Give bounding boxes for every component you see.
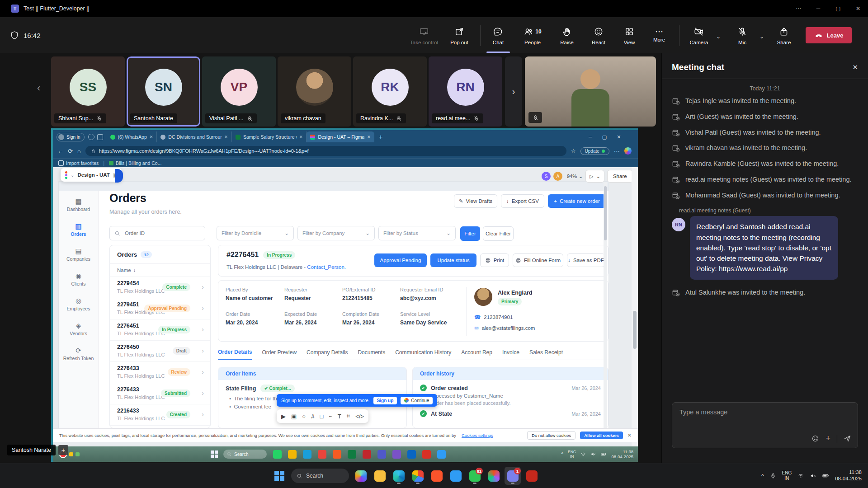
chat-message-input[interactable] — [679, 408, 852, 416]
camera-options-chevron[interactable]: ⌄ — [716, 33, 721, 40]
sidebar-item[interactable]: ▥ Orders — [71, 223, 86, 237]
chat-message-bubble[interactable]: Redberyl and Santosh added read.ai meeti… — [690, 216, 838, 279]
sidebar-item[interactable]: ▤ Companies — [66, 248, 90, 262]
import-favorites-button[interactable]: Import favorites — [58, 160, 99, 166]
tab-close-icon[interactable]: ✕ — [367, 135, 371, 139]
take-control-button[interactable]: Take control — [409, 23, 439, 49]
export-csv-button[interactable]: ↓Export CSV — [501, 194, 544, 208]
window-close-button[interactable]: ✕ — [848, 0, 868, 17]
detail-tab[interactable]: Communication History — [395, 349, 451, 359]
window-minimize-button[interactable]: ─ — [808, 0, 828, 17]
shared-system-tray[interactable]: ^ ENGIN 11:3808-04-2025 — [561, 449, 633, 460]
mic-options-chevron[interactable]: ⌄ — [760, 33, 764, 40]
browser-tab[interactable]: DC Divisions and Surroundings ✕ — [157, 131, 232, 142]
filter-domicile-dropdown[interactable]: Filter by Domicile⌄ — [217, 226, 294, 240]
order-row[interactable]: 2216433 TL Flex Holdings LLC Created › — [110, 404, 210, 426]
browser-scrollbar-thumb[interactable] — [633, 311, 637, 349]
browser-workspaces-icon[interactable] — [88, 134, 94, 140]
chat-close-icon[interactable]: ✕ — [852, 63, 858, 71]
order-row[interactable]: 2276433 TL Flex Holdings LLC Submitted › — [110, 383, 210, 404]
figma-tool-icon[interactable]: </> — [355, 413, 364, 420]
sidebar-item[interactable]: ◈ Vendors — [70, 322, 87, 336]
shared-taskbar-app-icon[interactable] — [288, 450, 297, 459]
start-button[interactable] — [271, 467, 288, 485]
shared-taskbar-app-icon[interactable] — [348, 450, 356, 459]
taskbar-app-icon[interactable] — [372, 467, 388, 485]
tray-expand-icon[interactable]: ^ — [561, 452, 563, 457]
figma-tool-icon[interactable]: ~ — [329, 413, 332, 420]
sidebar-item[interactable]: ◎ Employees — [67, 297, 90, 311]
browser-profile-button[interactable]: Sign in — [57, 133, 85, 141]
rep-phone-row[interactable]: ☎ 2123874901 — [474, 314, 513, 320]
tab-close-icon[interactable]: ✕ — [224, 135, 228, 139]
contact-person-link[interactable]: Contact_Person. — [307, 264, 346, 270]
shared-taskbar-app-icon[interactable] — [333, 450, 341, 459]
approval-pending-button[interactable]: Approval Pending — [374, 253, 427, 267]
shared-taskbar-app-icon[interactable] — [407, 450, 416, 459]
cookie-settings-link[interactable]: Cookies settings — [462, 433, 493, 438]
detail-tab[interactable]: Order Preview — [262, 349, 297, 359]
filter-clear-button[interactable]: Clear Filter — [483, 226, 514, 241]
order-row[interactable]: 2276450 TL Flex Holdings LLC Draft › — [110, 341, 210, 362]
taskbar-app-icon[interactable] — [391, 467, 407, 485]
detail-tab[interactable]: Documents — [358, 349, 385, 359]
shared-search-box[interactable]: Search — [223, 450, 267, 459]
allow-cookies-button[interactable]: Allow all cookies — [580, 432, 623, 439]
shared-taskbar-app-icon[interactable] — [273, 450, 282, 459]
detail-tab[interactable]: Invoice — [502, 349, 519, 359]
detail-tab[interactable]: Order Details — [218, 349, 252, 360]
refresh-icon[interactable]: ⟳ — [68, 148, 73, 155]
copilot-icon[interactable] — [624, 147, 632, 155]
collaborator-avatar[interactable]: S — [542, 172, 551, 181]
detail-tab[interactable]: Account Rep — [461, 349, 492, 359]
taskbar-app-icon[interactable] — [524, 467, 540, 485]
home-icon[interactable]: ⌂ — [77, 148, 81, 155]
participant-tile[interactable]: SN Santosh Narate — [127, 56, 200, 127]
save-as-pdf-button[interactable]: ↓ Save as PDF — [567, 253, 605, 267]
participant-tile[interactable]: vikram chavan — [278, 56, 351, 127]
figma-tool-icon[interactable]: ○ — [302, 413, 306, 420]
shared-taskbar-app-icon[interactable] — [363, 450, 371, 459]
create-new-order-button[interactable]: +Create new order — [548, 194, 606, 208]
shared-taskbar-app-icon[interactable] — [377, 450, 386, 459]
filmstrip-next-button[interactable]: › — [505, 56, 522, 127]
sidebar-item[interactable]: ▦ Dashboard — [67, 198, 90, 212]
shared-taskbar-app-icon[interactable] — [422, 450, 431, 459]
order-row[interactable]: 2276433 TL Flex Holdings LLC Review › — [110, 362, 210, 383]
view-drafts-button[interactable]: ✎View Drafts — [454, 194, 497, 208]
chat-compose-box[interactable]: + — [672, 402, 858, 448]
order-row[interactable]: 2279451 TL Flex Holdings LLC Approval Pe… — [110, 298, 210, 319]
filter-company-dropdown[interactable]: Filter by Company⌄ — [297, 226, 375, 240]
system-tray[interactable]: ^ ENGIN 11:3808-04-2025 — [761, 463, 862, 488]
people-button[interactable]: 10 People — [515, 23, 550, 49]
filter-status-dropdown[interactable]: Filter by Status⌄ — [378, 226, 456, 240]
chat-button[interactable]: Chat — [483, 23, 514, 49]
browser-update-button[interactable]: Update — [580, 147, 609, 155]
taskbar-search-box[interactable]: Search — [291, 469, 349, 483]
figma-doc-pill[interactable]: ⌄ Design - UAT ▣ — [61, 168, 122, 182]
participant-tile[interactable]: RK Ravindra K... — [353, 56, 427, 127]
order-row[interactable]: 2279454 TL Flex Holdings LLC Complete › — [110, 277, 210, 298]
window-more-button[interactable]: ⋯ — [788, 0, 808, 17]
browser-minimize-button[interactable]: ─ — [589, 134, 592, 140]
shared-taskbar-app-icon[interactable] — [318, 450, 326, 459]
participant-tile[interactable]: RN read.ai mee... — [429, 56, 502, 127]
filmstrip-prev-button[interactable]: ‹ — [37, 82, 40, 94]
mic-button[interactable]: Mic — [727, 23, 758, 49]
orders-sort-header[interactable]: Name↓ — [110, 264, 210, 277]
browser-tab[interactable]: (6) WhatsApp ✕ — [107, 131, 157, 142]
leave-button[interactable]: Leave — [806, 27, 852, 43]
cookie-close-icon[interactable]: ✕ — [627, 432, 632, 438]
order-row[interactable]: 2276451 TL Flex Holdings LLC In Progress… — [110, 319, 210, 341]
taskbar-app-icon[interactable]: 81 — [467, 467, 483, 485]
new-tab-button[interactable]: + — [379, 133, 382, 141]
order-search-box[interactable] — [109, 226, 205, 240]
camera-button[interactable]: Camera — [684, 23, 714, 49]
participant-tile[interactable]: SS Shivani Sup... — [51, 56, 125, 127]
tab-close-icon[interactable]: ✕ — [150, 135, 153, 139]
more-button[interactable]: ⋯ More — [644, 23, 675, 49]
share-button[interactable]: Share — [769, 23, 799, 49]
google-continue-button[interactable]: Continue — [401, 397, 433, 404]
design-scrollbar[interactable] — [604, 182, 607, 428]
browser-menu-icon[interactable]: ⋯ — [614, 148, 620, 155]
